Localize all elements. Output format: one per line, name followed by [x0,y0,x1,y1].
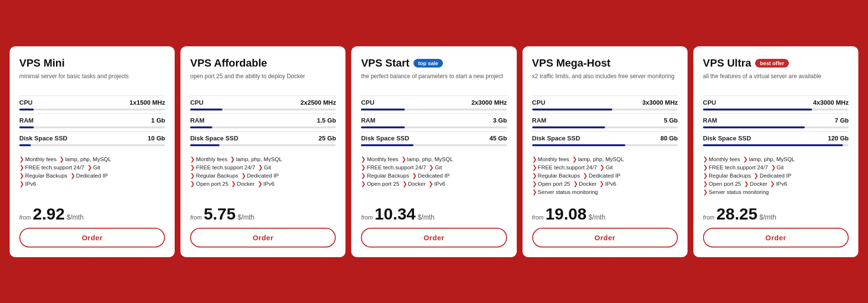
price-unit: $/mth [418,213,435,221]
spec-value: 3 Gb [493,117,507,124]
feature-row-3: ❯Open port 25❯Docker❯IPv6 [532,180,678,187]
features: ❯Monthly fees❯lamp, php, MySQL❯FREE tech… [532,156,678,197]
feature-item: ❯lamp, php, MySQL [743,156,795,163]
feature-row-3: ❯IPv6 [19,180,165,187]
feature-row-2: ❯Regular Backups❯Dedicated IP [190,172,336,179]
price-main: 2.92 [33,206,65,222]
spec-value: 3x3000 MHz [642,99,678,106]
spec-row-1: RAM3 Gb [361,113,507,125]
progress-bar-wrap [190,126,336,128]
chevron-icon: ❯ [19,172,24,179]
card-vps-mega-host: VPS Mega-Hostx2 traffic limits, and also… [523,46,688,257]
price-section: from10.34$/mth [361,206,507,222]
spec-value: 4x3000 MHz [813,99,849,106]
order-button[interactable]: Order [361,228,507,248]
spec-label: RAM [19,117,34,124]
price-main: 5.75 [204,206,235,222]
spec-value: 1.5 Gb [317,117,336,124]
card-desc: open port 25 and the ability to deploy D… [190,72,336,89]
feature-item: ❯Open port 25 [361,180,399,187]
order-button[interactable]: Order [190,228,336,248]
feature-item: ❯Regular Backups [361,172,409,179]
card-vps-ultra: VPS Ultrabest offerall the features of a… [693,46,858,257]
feature-row-1: ❯FREE tech.support 24/7❯Git [19,164,165,171]
feature-item: ❯lamp, php, MySQL [401,156,453,163]
chevron-icon: ❯ [703,172,708,179]
spec-value: 2x2500 MHz [301,99,336,106]
spec-value: 10 Gb [148,135,165,142]
spec-label: CPU [703,99,716,106]
chevron-icon: ❯ [19,180,24,187]
feature-item: ❯Dedicated IP [583,172,620,179]
spec-label: CPU [361,99,374,106]
feature-item: ❯lamp, php, MySQL [230,156,282,163]
spec-row-0: CPU2x3000 MHz [361,96,507,107]
spec-label: CPU [19,99,32,106]
progress-bar-wrap [19,144,165,146]
chevron-icon: ❯ [241,172,246,179]
cards-container: VPS Miniminimal server for basic tasks a… [10,46,858,257]
price-main: 10.34 [374,206,415,222]
chevron-icon: ❯ [361,172,366,179]
spec-value: 1x1500 MHz [129,99,165,106]
chevron-icon: ❯ [703,180,708,187]
price-section: from2.92$/mth [19,206,165,222]
progress-bar [19,109,34,110]
spec-value: 2x3000 MHz [471,99,507,106]
feature-item: ❯Docker [231,180,254,187]
chevron-icon: ❯ [19,164,24,171]
progress-bar [19,126,34,128]
feature-row-1: ❯FREE tech.support 24/7❯Git [703,164,849,171]
chevron-icon: ❯ [59,156,64,163]
chevron-icon: ❯ [190,156,195,163]
chevron-icon: ❯ [258,164,263,171]
chevron-icon: ❯ [743,156,748,163]
card-title: VPS Affordable [190,57,336,69]
spec-label: CPU [532,99,545,106]
price-section: from5.75$/mth [190,206,336,222]
chevron-icon: ❯ [532,156,537,163]
chevron-icon: ❯ [190,172,195,179]
price-unit: $/mth [237,213,254,221]
progress-bar [190,126,212,128]
price-section: from28.25$/mth [703,206,849,222]
chevron-icon: ❯ [230,156,235,163]
chevron-icon: ❯ [583,172,588,179]
card-desc: x2 traffic limits, and also includes fre… [532,72,678,89]
chevron-icon: ❯ [401,156,406,163]
feature-item: ❯Regular Backups [190,172,238,179]
spec-row-0: CPU1x1500 MHz [19,96,165,107]
feature-item: ❯Git [429,164,442,171]
order-button[interactable]: Order [703,228,849,248]
feature-item: ❯Monthly fees [532,156,569,163]
chevron-icon: ❯ [190,164,195,171]
feature-item: ❯IPv6 [19,180,36,187]
features: ❯Monthly fees❯lamp, php, MySQL❯FREE tech… [190,156,336,197]
progress-bar [532,126,605,128]
card-title: VPS Mega-Host [532,57,678,69]
feature-item: ❯Open port 25 [703,180,741,187]
feature-item: ❯Docker [402,180,426,187]
feature-row-1: ❯FREE tech.support 24/7❯Git [361,164,507,171]
spec-row-2: Disk Space SSD25 Gb [190,131,336,143]
chevron-icon: ❯ [361,180,366,187]
price-unit: $/mth [759,213,776,221]
spec-row-1: RAM7 Gb [703,113,849,125]
progress-bar [190,144,219,146]
features: ❯Monthly fees❯lamp, php, MySQL❯FREE tech… [703,156,849,197]
spec-row-2: Disk Space SSD10 Gb [19,131,165,143]
order-button[interactable]: Order [532,228,678,248]
feature-row-2: ❯Regular Backups❯Dedicated IP [19,172,165,179]
title-text: VPS Mega-Host [532,57,611,69]
order-button[interactable]: Order [19,228,165,248]
price-section: from19.08$/mth [532,206,678,222]
chevron-icon: ❯ [532,180,537,187]
chevron-icon: ❯ [19,156,24,163]
feature-item: ❯Dedicated IP [241,172,279,179]
badge: top sale [413,59,443,68]
progress-bar-wrap [190,109,336,110]
feature-row-2: ❯Regular Backups❯Dedicated IP [361,172,507,179]
title-text: VPS Mini [19,57,65,69]
price-main: 19.08 [546,206,587,222]
spec-value: 5 Gb [664,117,678,124]
